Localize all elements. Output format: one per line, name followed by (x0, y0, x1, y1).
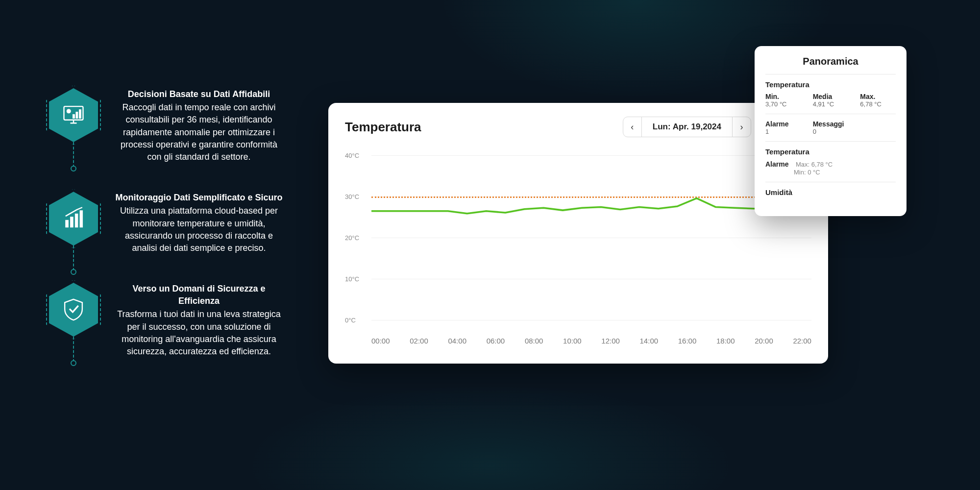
y-tick: 30°C (345, 193, 359, 200)
alarm-details: Alarme Max: 6,78 °C Min: 0 °C (765, 160, 896, 176)
panel-section-header: Temperatura (765, 147, 896, 156)
page-root: Decisioni Basate su Dati Affidabili Racc… (0, 0, 980, 490)
dashboard-area: Temperatura ‹ Lun: Apr. 19,2024 › 1 Gior… (304, 0, 980, 490)
overview-panel: Panoramica Temperatura Min. 3,70 °C Medi… (755, 46, 906, 216)
stat-value: 1 (765, 128, 801, 135)
x-tick: 02:00 (410, 337, 428, 345)
alarm-label: Alarme (765, 160, 788, 168)
alarm-max: Max: 6,78 °C (796, 161, 833, 168)
x-tick: 08:00 (525, 337, 543, 345)
feature-title: Monitoraggio Dati Semplificato e Sicuro (114, 192, 284, 204)
date-label[interactable]: Lun: Apr. 19,2024 (642, 122, 732, 132)
stat-spacer (860, 120, 896, 135)
connector-dot (71, 360, 76, 366)
shield-check-icon (49, 283, 98, 337)
panel-section-header: Temperatura (765, 80, 896, 89)
y-tick: 0°C (345, 316, 356, 323)
svg-rect-6 (79, 110, 81, 119)
features-column: Decisioni Basate su Dati Affidabili Racc… (0, 0, 304, 490)
svg-rect-5 (76, 112, 78, 119)
stat-label: Max. (860, 93, 896, 100)
x-tick: 16:00 (678, 337, 697, 345)
x-tick: 22:00 (793, 337, 811, 345)
date-picker: ‹ Lun: Apr. 19,2024 › (623, 117, 751, 137)
stat-row: Min. 3,70 °C Media 4,91 °C Max. 6,78 °C (765, 93, 896, 108)
x-tick: 20:00 (755, 337, 773, 345)
stat-messages: Messaggi 0 (813, 120, 849, 135)
grid-line (371, 320, 811, 320)
svg-point-3 (67, 109, 71, 113)
x-tick: 10:00 (563, 337, 582, 345)
stat-label: Media (813, 93, 849, 100)
feature-title: Decisioni Basate su Dati Affidabili (114, 88, 284, 100)
chart-header: Temperatura ‹ Lun: Apr. 19,2024 › 1 Gior… (345, 117, 811, 137)
feature-icon-wrap (49, 192, 98, 245)
stat-label: Alarme (765, 120, 801, 128)
chart-title: Temperatura (345, 120, 421, 135)
feature-text: Monitoraggio Dati Semplificato e Sicuro … (114, 192, 284, 254)
stat-value: 4,91 °C (813, 100, 849, 108)
feature-body: Raccogli dati in tempo reale con archivi… (121, 102, 277, 162)
stat-label: Min. (765, 93, 801, 100)
svg-rect-8 (71, 217, 74, 227)
feature-icon-wrap (49, 283, 98, 337)
x-tick: 00:00 (371, 337, 390, 345)
x-tick: 06:00 (487, 337, 505, 345)
connector-dot (71, 166, 76, 172)
panel-title: Panoramica (765, 56, 896, 67)
svg-rect-4 (73, 114, 74, 118)
panel-section-header: Umidità (765, 188, 896, 196)
date-prev-button[interactable]: ‹ (623, 117, 642, 137)
feature-text: Decisioni Basate su Dati Affidabili Racc… (114, 88, 284, 163)
svg-rect-10 (80, 211, 83, 227)
stat-row: Alarme 1 Messaggi 0 (765, 120, 896, 135)
date-next-button[interactable]: › (732, 117, 751, 137)
feature-item: Monitoraggio Dati Semplificato e Sicuro … (49, 192, 284, 254)
x-tick: 14:00 (640, 337, 659, 345)
panel-section-humidity: Umidità (765, 182, 896, 206)
svg-rect-7 (66, 220, 69, 227)
connector-line (73, 245, 74, 271)
series-line (371, 147, 811, 307)
stat-label: Messaggi (813, 120, 849, 128)
stat-value: 6,78 °C (860, 100, 896, 108)
stat-avg: Media 4,91 °C (813, 93, 849, 108)
chevron-left-icon: ‹ (631, 122, 634, 132)
connector-line (73, 142, 74, 168)
feature-item: Decisioni Basate su Dati Affidabili Racc… (49, 88, 284, 163)
bar-chart-icon (49, 192, 98, 245)
y-tick: 20°C (345, 234, 359, 241)
x-tick: 04:00 (448, 337, 466, 345)
chevron-right-icon: › (740, 122, 743, 132)
stat-value: 3,70 °C (765, 100, 801, 108)
panel-section-temperature: Temperatura Min. 3,70 °C Media 4,91 °C M… (765, 74, 896, 114)
feature-body: Trasforma i tuoi dati in una leva strate… (117, 309, 281, 356)
feature-title: Verso un Domani di Sicurezza e Efficienz… (114, 283, 284, 307)
svg-rect-9 (75, 214, 78, 227)
chart-card: Temperatura ‹ Lun: Apr. 19,2024 › 1 Gior… (328, 103, 828, 364)
panel-section-alerts: Alarme 1 Messaggi 0 (765, 114, 896, 141)
y-tick: 10°C (345, 275, 359, 282)
chart-plot: 40°C 30°C 20°C 10°C 0°C 00:0002:0004:000… (345, 147, 811, 353)
stat-alarm: Alarme 1 (765, 120, 801, 135)
y-tick: 40°C (345, 151, 359, 159)
feature-item: Verso un Domani di Sicurezza e Efficienz… (49, 283, 284, 358)
connector-line (73, 337, 74, 362)
stat-value: 0 (813, 128, 849, 135)
panel-section-temp-alarm: Temperatura Alarme Max: 6,78 °C Min: 0 °… (765, 141, 896, 182)
alarm-min: Min: 0 °C (765, 169, 896, 176)
feature-text: Verso un Domani di Sicurezza e Efficienz… (114, 283, 284, 358)
feature-icon-wrap (49, 88, 98, 142)
x-axis: 00:0002:0004:0006:0008:0010:0012:0014:00… (371, 337, 811, 345)
connector-dot (71, 269, 76, 275)
analytics-monitor-icon (49, 88, 98, 142)
stat-min: Min. 3,70 °C (765, 93, 801, 108)
x-tick: 18:00 (716, 337, 735, 345)
x-tick: 12:00 (601, 337, 620, 345)
stat-max: Max. 6,78 °C (860, 93, 896, 108)
feature-body: Utilizza una piattaforma cloud-based per… (120, 206, 278, 253)
